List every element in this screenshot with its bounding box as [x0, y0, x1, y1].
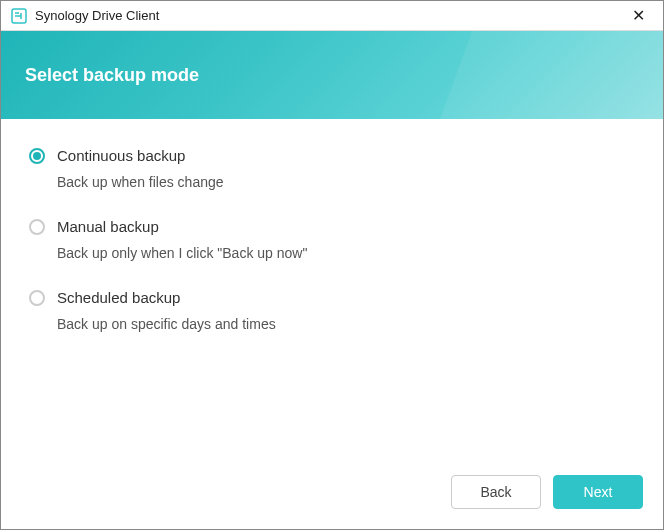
radio-scheduled[interactable]: Scheduled backup: [29, 289, 635, 306]
app-title: Synology Drive Client: [35, 8, 623, 23]
header-banner: Select backup mode: [1, 31, 663, 119]
app-window: Synology Drive Client ✕ Select backup mo…: [0, 0, 664, 530]
option-description: Back up on specific days and times: [57, 316, 635, 332]
radio-manual[interactable]: Manual backup: [29, 218, 635, 235]
back-button[interactable]: Back: [451, 475, 541, 509]
radio-icon: [29, 148, 45, 164]
option-label: Continuous backup: [57, 147, 185, 164]
option-manual: Manual backup Back up only when I click …: [29, 218, 635, 261]
button-label: Next: [584, 484, 613, 500]
radio-icon: [29, 219, 45, 235]
button-label: Back: [480, 484, 511, 500]
close-button[interactable]: ✕: [623, 2, 653, 30]
app-icon: [11, 8, 27, 24]
option-description: Back up when files change: [57, 174, 635, 190]
radio-continuous[interactable]: Continuous backup: [29, 147, 635, 164]
radio-icon: [29, 290, 45, 306]
option-label: Scheduled backup: [57, 289, 180, 306]
content-area: Continuous backup Back up when files cha…: [1, 119, 663, 459]
next-button[interactable]: Next: [553, 475, 643, 509]
titlebar: Synology Drive Client ✕: [1, 1, 663, 31]
close-icon: ✕: [632, 6, 645, 25]
footer: Back Next: [1, 459, 663, 529]
page-title: Select backup mode: [25, 65, 199, 86]
option-description: Back up only when I click "Back up now": [57, 245, 635, 261]
option-continuous: Continuous backup Back up when files cha…: [29, 147, 635, 190]
option-label: Manual backup: [57, 218, 159, 235]
option-scheduled: Scheduled backup Back up on specific day…: [29, 289, 635, 332]
